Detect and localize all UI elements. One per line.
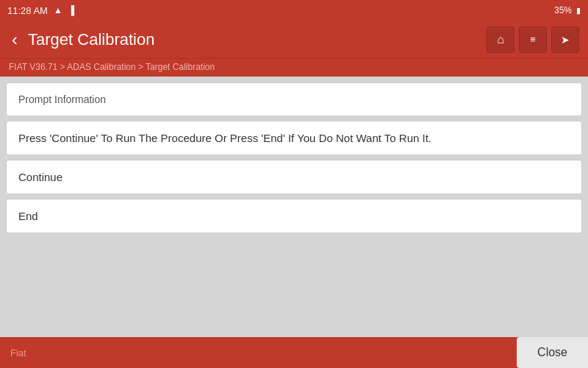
battery-icon: ▮: [576, 6, 581, 15]
status-bar-right: 35% ▮: [554, 5, 581, 15]
prompt-info-card: Prompt Information: [6, 82, 582, 116]
header-left: ‹ Target Calibration: [9, 28, 154, 52]
menu-button[interactable]: ≡: [519, 26, 547, 53]
status-bar: 11:28 AM ▲ ▐ 35% ▮: [0, 0, 588, 21]
header: ‹ Target Calibration ⌂ ≡ ➤: [0, 21, 588, 59]
prompt-message-card: Press 'Continue' To Run The Procedure Or…: [6, 121, 582, 155]
close-button[interactable]: Close: [517, 337, 588, 368]
footer: Fiat Close: [0, 337, 588, 368]
export-button[interactable]: ➤: [551, 26, 579, 53]
wifi-icon: ▲: [54, 5, 62, 15]
breadcrumb-text: FIAT V36.71 > ADAS Calibration > Target …: [9, 62, 215, 72]
prompt-message-text: Press 'Continue' To Run The Procedure Or…: [18, 132, 431, 144]
battery-display: 35%: [554, 5, 572, 15]
page-title: Target Calibration: [28, 30, 154, 49]
scroll-area: Prompt Information Press 'Continue' To R…: [0, 77, 588, 368]
continue-button[interactable]: Continue: [6, 160, 582, 194]
header-actions: ⌂ ≡ ➤: [487, 26, 579, 53]
app-container: 11:28 AM ▲ ▐ 35% ▮ ‹ Target Calibration …: [0, 0, 588, 368]
home-icon: ⌂: [497, 33, 504, 46]
signal-icon: ▐: [68, 5, 75, 15]
footer-brand: Fiat: [10, 347, 26, 358]
menu-icon: ≡: [530, 34, 536, 45]
status-bar-left: 11:28 AM ▲ ▐: [7, 5, 74, 16]
time-display: 11:28 AM: [7, 5, 48, 16]
end-button[interactable]: End: [6, 199, 582, 233]
export-icon: ➤: [561, 34, 570, 46]
end-label: End: [18, 210, 38, 222]
breadcrumb: FIAT V36.71 > ADAS Calibration > Target …: [0, 59, 588, 77]
home-button[interactable]: ⌂: [487, 26, 514, 53]
prompt-info-label: Prompt Information: [18, 93, 106, 105]
back-button[interactable]: ‹: [9, 28, 21, 52]
continue-label: Continue: [18, 171, 62, 183]
